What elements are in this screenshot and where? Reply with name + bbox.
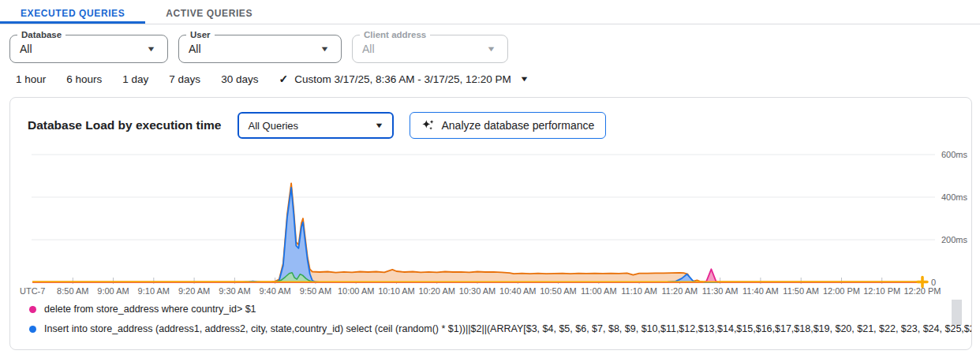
series-line-insert-query: [32, 188, 922, 282]
x-axis-label-10-50-am: 10:50 AM: [540, 286, 576, 296]
chart-title: Database Load by execution time: [28, 118, 222, 132]
x-axis-label-10-30-am: 10:30 AM: [459, 286, 496, 296]
database-select-label: Database: [17, 29, 65, 40]
time-range-6-hours[interactable]: 6 hours: [66, 73, 102, 85]
chevron-down-icon: ▼: [374, 121, 383, 129]
tab-executed-queries[interactable]: EXECUTED QUERIES: [0, 0, 145, 24]
x-axis-label-9-30-am: 9:30 AM: [219, 286, 250, 296]
custom-time-range-label: Custom 3/17/25, 8:36 AM - 3/17/25, 12:20…: [294, 73, 511, 85]
x-axis-label-10-10-am: 10:10 AM: [378, 286, 414, 296]
database-load-chart[interactable]: 600ms400ms200ms8:50 AM9:00 AM9:10 AM9:20…: [10, 149, 971, 299]
query-insights-page: EXECUTED QUERIESACTIVE QUERIES DatabaseA…: [0, 0, 980, 350]
series-fill-insert-query: [32, 188, 922, 282]
x-axis-label-11-40-am: 11:40 AM: [742, 286, 779, 296]
legend-items: delete from store_address where country_…: [29, 300, 971, 339]
client-address-select-value: All: [362, 43, 488, 55]
legend-label: Insert into store_address (address1, add…: [44, 323, 972, 336]
database-select[interactable]: DatabaseAll▼: [9, 35, 168, 63]
chevron-down-icon: ▼: [519, 75, 529, 83]
filter-row: DatabaseAll▼UserAll▼Client addressAll▼: [9, 35, 980, 63]
y-axis-label-200: 200ms: [941, 235, 968, 244]
y-axis-label-600: 600ms: [941, 150, 968, 159]
chevron-down-icon: ▼: [146, 45, 155, 53]
user-select[interactable]: UserAll▼: [178, 35, 342, 63]
legend-label: delete from store_address where country_…: [44, 303, 256, 316]
x-axis-label-12-00-pm: 12:00 PM: [823, 286, 860, 296]
series-fill-total-load: [32, 183, 922, 282]
custom-time-range[interactable]: ✓Custom 3/17/25, 8:36 AM - 3/17/25, 12:2…: [279, 73, 527, 85]
check-icon: ✓: [279, 73, 288, 85]
analyze-database-performance-button[interactable]: Analyze database performance: [410, 112, 607, 139]
x-axis-label-11-20-am: 11:20 AM: [662, 286, 698, 296]
x-axis-label-8-50-am: 8:50 AM: [57, 286, 88, 296]
analyze-button-label: Analyze database performance: [442, 119, 595, 132]
time-range-7-days[interactable]: 7 days: [169, 73, 200, 85]
x-axis-label-10-00-am: 10:00 AM: [338, 286, 374, 296]
timezone-label: UTC-7: [20, 286, 45, 296]
database-load-card: Database Load by execution time All Quer…: [9, 97, 972, 350]
client-address-select: Client addressAll▼: [352, 35, 508, 63]
query-filter-select[interactable]: All Queries ▼: [238, 112, 394, 139]
x-axis-label-11-50-am: 11:50 AM: [783, 286, 819, 296]
legend-dot-icon: [29, 306, 36, 313]
chevron-down-icon: ▼: [486, 45, 496, 53]
card-header: Database Load by execution time All Quer…: [10, 98, 971, 139]
query-filter-value: All Queries: [249, 120, 376, 132]
legend-item[interactable]: Insert into store_address (address1, add…: [29, 319, 971, 339]
x-axis-label-10-40-am: 10:40 AM: [499, 286, 536, 296]
gemini-spark-icon: [421, 118, 436, 132]
x-axis-label-11-00-am: 11:00 AM: [581, 286, 617, 296]
x-axis-label-9-20-am: 9:20 AM: [178, 286, 210, 296]
x-axis-label-9-50-am: 9:50 AM: [300, 286, 331, 296]
client-address-select-label: Client address: [360, 29, 430, 40]
legend-item[interactable]: delete from store_address where country_…: [29, 300, 971, 319]
legend-scrollbar-thumb[interactable]: [952, 300, 962, 325]
x-axis-label-11-10-am: 11:10 AM: [621, 286, 657, 296]
x-axis-label-9-10-am: 9:10 AM: [138, 286, 170, 296]
database-select-value: All: [20, 43, 148, 55]
x-axis-label-9-00-am: 9:00 AM: [97, 286, 129, 296]
chart-legend: delete from store_address where country_…: [29, 300, 971, 339]
x-axis-label-9-40-am: 9:40 AM: [259, 286, 290, 296]
tab-active-queries[interactable]: ACTIVE QUERIES: [145, 0, 273, 24]
time-range-1-hour[interactable]: 1 hour: [16, 73, 46, 85]
series-line-total-load: [32, 183, 922, 282]
legend-dot-icon: [29, 326, 36, 333]
chevron-down-icon: ▼: [320, 45, 329, 53]
x-axis-label-11-30-am: 11:30 AM: [702, 286, 739, 296]
tab-bar: EXECUTED QUERIESACTIVE QUERIES: [0, 0, 980, 24]
legend-scrollbar[interactable]: [952, 300, 962, 344]
series-end-marker: [918, 278, 927, 287]
y-axis-label-0: 0: [931, 278, 936, 287]
user-select-label: User: [186, 29, 215, 40]
x-axis-label-12-10-pm: 12:10 PM: [863, 286, 900, 296]
time-range-row: 1 hour6 hours1 day7 days30 days✓Custom 3…: [16, 73, 980, 85]
time-range-1-day[interactable]: 1 day: [122, 73, 148, 85]
y-axis-label-400: 400ms: [941, 192, 968, 202]
x-axis-label-10-20-am: 10:20 AM: [418, 286, 454, 296]
user-select-value: All: [189, 43, 321, 55]
time-range-30-days[interactable]: 30 days: [221, 73, 258, 85]
